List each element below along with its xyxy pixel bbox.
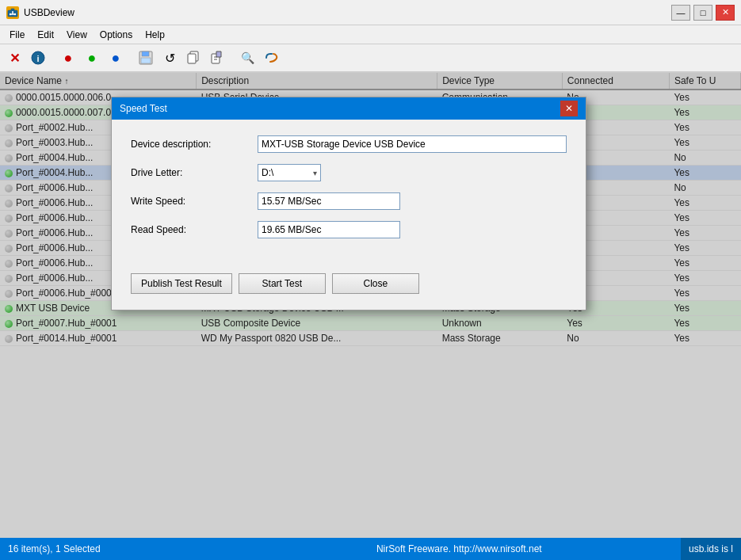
- status-bar: 16 item(s), 1 Selected NirSoft Freeware.…: [0, 538, 741, 560]
- read-speed-input[interactable]: [258, 221, 400, 238]
- start-test-button[interactable]: Start Test: [239, 273, 326, 294]
- status-right: usb.ids is l: [681, 538, 741, 560]
- copy-button[interactable]: [182, 47, 204, 69]
- red-circle-button[interactable]: ●: [57, 47, 79, 69]
- refresh-button[interactable]: ↺: [159, 47, 181, 69]
- stop-button[interactable]: ✕: [3, 47, 25, 69]
- drive-letter-value: D:\: [262, 167, 313, 178]
- menu-edit[interactable]: Edit: [31, 28, 60, 42]
- svg-rect-1: [11, 9, 14, 11]
- dialog-buttons: Publish Test Result Start Test Close: [112, 265, 586, 310]
- drive-letter-arrow: ▾: [313, 169, 317, 177]
- speed-test-dialog: Speed Test ✕ Device description: Drive L…: [111, 97, 586, 310]
- dialog-title: Speed Test: [120, 103, 560, 114]
- green-circle-button[interactable]: ●: [81, 47, 103, 69]
- status-center: NirSoft Freeware. http://www.nirsoft.net: [238, 543, 681, 554]
- svg-text:i: i: [36, 54, 39, 63]
- toolbar: ✕ i ● ● ● ↺ 🔍: [0, 44, 741, 73]
- menu-bar: File Edit View Options Help: [0, 25, 741, 44]
- window-controls: — □ ✕: [671, 5, 735, 21]
- export-button[interactable]: [206, 47, 228, 69]
- dialog-title-bar: Speed Test ✕: [112, 97, 586, 120]
- publish-test-result-button[interactable]: Publish Test Result: [131, 273, 232, 294]
- dialog-body: Device description: Drive Letter: D:\ ▾ …: [112, 120, 586, 265]
- save-button[interactable]: [135, 47, 157, 69]
- title-bar: USBDeview — □ ✕: [0, 0, 741, 25]
- write-speed-label: Write Speed:: [131, 196, 258, 207]
- write-speed-input[interactable]: [258, 192, 400, 210]
- drive-letter-label: Drive Letter:: [131, 167, 258, 178]
- menu-options[interactable]: Options: [94, 28, 139, 42]
- link-button[interactable]: [260, 47, 282, 69]
- modal-overlay: Speed Test ✕ Device description: Drive L…: [0, 73, 741, 538]
- device-desc-input[interactable]: [258, 135, 567, 153]
- device-desc-row: Device description:: [131, 135, 567, 153]
- read-speed-row: Read Speed:: [131, 221, 567, 238]
- blue-circle-button[interactable]: ●: [105, 47, 127, 69]
- menu-view[interactable]: View: [60, 28, 94, 42]
- device-desc-label: Device description:: [131, 139, 258, 150]
- dialog-close-action-button[interactable]: Close: [332, 273, 419, 294]
- drive-letter-row: Drive Letter: D:\ ▾: [131, 164, 567, 181]
- info-button[interactable]: i: [27, 47, 49, 69]
- svg-rect-10: [141, 58, 151, 63]
- read-speed-label: Read Speed:: [131, 224, 258, 235]
- svg-point-4: [10, 13, 11, 14]
- write-speed-row: Write Speed:: [131, 192, 567, 210]
- svg-rect-12: [188, 54, 196, 63]
- close-button[interactable]: ✕: [716, 5, 735, 21]
- app-title: USBDeview: [24, 7, 671, 18]
- maximize-button[interactable]: □: [693, 5, 712, 21]
- app-icon: [6, 6, 19, 19]
- minimize-button[interactable]: —: [671, 5, 690, 21]
- svg-rect-9: [142, 51, 149, 56]
- drive-letter-select[interactable]: D:\ ▾: [258, 164, 321, 181]
- svg-point-5: [14, 13, 16, 14]
- dialog-close-button[interactable]: ✕: [560, 101, 578, 116]
- status-left: 16 item(s), 1 Selected: [0, 543, 238, 554]
- main-content: Device Name ↑ Description Device Type Co…: [0, 73, 741, 538]
- menu-file[interactable]: File: [3, 28, 31, 42]
- menu-help[interactable]: Help: [139, 28, 171, 42]
- search-button[interactable]: 🔍: [236, 47, 258, 69]
